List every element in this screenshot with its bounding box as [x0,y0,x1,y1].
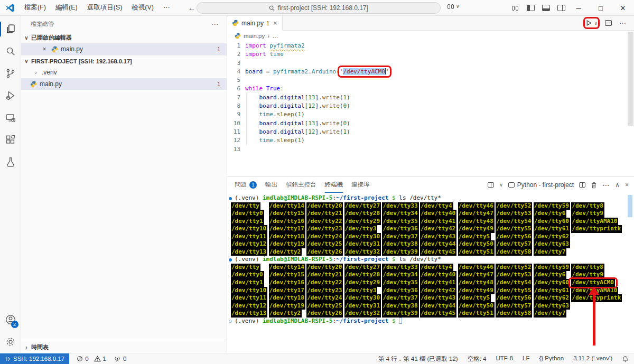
warnings-icon [94,356,101,362]
editor-more-actions-icon[interactable]: ⋯ [619,19,627,27]
testing-icon[interactable] [0,151,21,173]
menu-item[interactable]: 檔案(F) [20,2,50,14]
tty-entry: /dev/tty25 [306,302,343,310]
ports-status[interactable]: 0 [114,356,126,362]
terminal-title: Python - first-project [517,181,574,189]
panel-tab[interactable]: 問題1 [235,177,257,193]
sidebar-more-icon[interactable]: ⋯ [211,20,219,28]
maximize-panel-icon[interactable]: ∧ [615,181,620,189]
tty-entry: /dev/tty15 [269,210,305,218]
split-editor-icon[interactable] [605,20,612,26]
settings-gear-icon[interactable] [0,331,21,353]
code-line: 13 [227,145,634,154]
tty-entry: /dev/tty30 [344,294,381,302]
tty-entry: /dev/tty9 [571,210,604,218]
source-control-icon[interactable] [0,62,21,85]
line-number: 10 [227,119,245,128]
status-item[interactable]: LF [523,355,529,363]
tty-entry: /dev/tty58 [496,248,532,256]
panel-tab[interactable]: 終端機 [325,177,343,193]
launch-profile-icon[interactable] [488,182,494,188]
open-editor-file-label: main.py [61,45,83,53]
tab-mainpy[interactable]: main.py 1 × [227,16,283,31]
panel-tab[interactable]: 偵錯主控台 [286,177,316,193]
maximize-button[interactable]: □ [590,0,612,16]
tty-entry: /dev/tty55 [496,225,532,233]
terminal-output[interactable]: (.venv) imdlab@IMDLAB-RSPI-5:~/first-pro… [227,193,634,325]
run-debug-icon[interactable] [0,85,21,107]
panel-tab[interactable]: 連接埠 [351,177,370,193]
menu-item[interactable]: 選取項目(S) [83,2,127,14]
tty-entry: /dev/tty44 [420,302,456,310]
menu-item[interactable]: 編輯(E) [51,2,82,14]
status-item[interactable]: UTF-8 [496,355,513,363]
open-editors-section[interactable]: ∨ 已開啟的編輯器 [21,32,227,43]
close-panel-icon[interactable]: × [625,181,629,189]
tty-entry: /dev/tty38 [382,240,418,248]
problems-status[interactable]: 0 1 [77,356,106,362]
editor-scrollbar[interactable] [628,32,633,126]
folder-item-venv[interactable]: › .venv [21,67,227,78]
menu-item[interactable]: 檢視(V) [127,2,158,14]
editor-group: main.py 1 × ∨ ⋯ main.py › … 1import pyfi… [227,16,634,353]
tty-entry: /dev/tty45 [420,248,456,256]
project-section-header[interactable]: ∨ FIRST-PROJECT [SSH: 192.168.0.17] [21,55,227,67]
tty-entry: /dev/tty42 [420,225,456,233]
run-python-file-button[interactable] [585,20,592,26]
tty-entry: /dev/tty44 [420,240,456,248]
open-editor-item-mainpy[interactable]: × main.py 1 [21,43,227,55]
problem-count-badge: 1 [217,81,220,87]
tty-entry: /dev/tty60 [534,279,570,287]
tty-entry: /dev/tty21 [306,210,343,218]
toggle-secondary-sidebar-icon[interactable] [557,5,565,11]
timeline-section[interactable]: › 時間表 [21,341,227,353]
tty-entry: /dev/tty10 [231,287,267,295]
kill-terminal-icon[interactable] [591,182,597,189]
tab-close-icon[interactable]: × [273,19,277,27]
toggle-panel-icon[interactable] [542,5,550,11]
tty-entry: /dev/tty37 [382,294,418,302]
command-decoration-icon[interactable] [229,258,232,262]
tty-entry: /dev/tty0 [231,271,264,279]
menu-item[interactable]: ⋯ [159,2,174,14]
tty-entry: /dev/tty41 [420,218,456,226]
file-item-mainpy[interactable]: main.py 1 [21,78,227,90]
explorer-icon[interactable] [0,18,21,40]
accounts-icon[interactable]: 2 [0,309,21,331]
run-dropdown-icon[interactable]: ∨ [594,21,598,26]
tty-entry: /dev/tty50 [458,240,495,248]
tty-entry: /dev/tty45 [420,310,456,318]
search-view-icon[interactable] [0,40,21,62]
python-file-icon [232,20,239,26]
notifications-bell-icon[interactable] [622,356,629,362]
panel-more-actions-icon[interactable]: ⋯ [602,181,610,189]
code-editor[interactable]: 1import pyfirmata22import time34board = … [227,41,634,176]
toggle-sidebar-icon[interactable] [527,5,535,11]
tty-entry: /dev/tty20 [306,202,343,210]
terminal-list-item[interactable]: Python - first-project [508,181,574,189]
remote-explorer-icon[interactable] [0,107,21,129]
remote-indicator[interactable]: SSH: 192.168.0.17 [0,353,69,364]
close-button[interactable]: ✕ [612,0,634,16]
panel-tab[interactable]: 輸出 [265,177,277,193]
command-decoration-icon[interactable] [229,320,232,323]
customize-layout-icon[interactable] [511,5,519,11]
grid-menu-icon[interactable]: ∨ [446,3,460,10]
command-center-search[interactable]: first-project [SSH: 192.168.0.17] [197,2,441,14]
tty-entry: /dev/tty43 [420,294,456,302]
minimize-button[interactable]: ─ [567,0,590,16]
open-editors-label: 已開啟的編輯器 [31,34,72,42]
command-decoration-icon[interactable] [229,197,232,200]
status-item[interactable]: 第 4 行，第 41 欄 (已選取 12) [378,355,458,363]
breadcrumb[interactable]: main.py › … [227,31,634,41]
status-item[interactable]: 3.11.2 ('.venv') [573,355,612,363]
extensions-icon[interactable] [0,129,21,151]
back-icon[interactable]: ← [188,3,195,12]
status-item[interactable]: 空格: 4 [468,355,487,363]
close-icon[interactable]: × [40,45,49,53]
launch-profile-dropdown-icon[interactable]: ∨ [499,182,503,188]
status-item[interactable]: {} Python [539,355,564,363]
split-terminal-icon[interactable] [579,182,585,188]
terminal-scrollbar[interactable] [628,195,632,217]
search-value: first-project [SSH: 192.168.0.17] [278,4,368,12]
